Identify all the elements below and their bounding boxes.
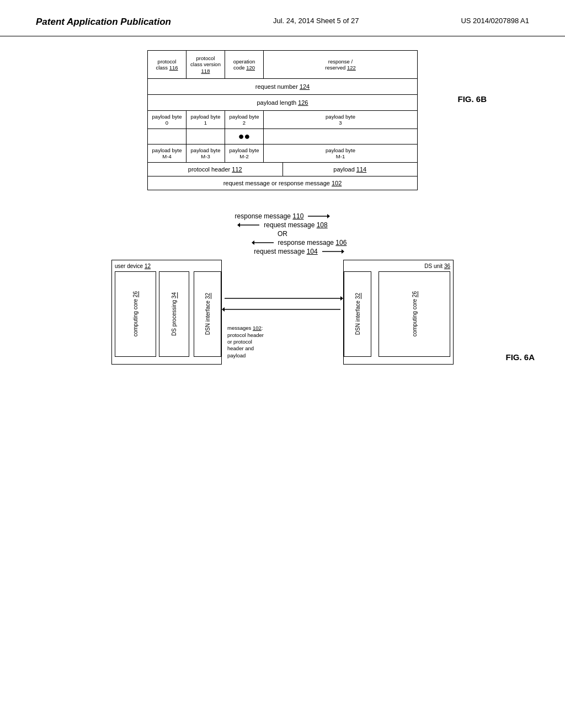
protocol-class-label: protocolclass 116 xyxy=(156,58,178,71)
publication-date: Jul. 24, 2014 Sheet 5 of 27 xyxy=(273,17,359,28)
col-label-operation-code: operationcode 120 xyxy=(225,51,263,78)
dots-cell-1 xyxy=(148,129,186,144)
page-header: Patent Application Publication Jul. 24, … xyxy=(0,0,565,36)
arrow-right-104 xyxy=(322,248,344,255)
payload-bytes-0-3-row: payload byte0 payload byte1 payload byte… xyxy=(148,111,417,129)
arrow-left-106 xyxy=(252,239,274,246)
fig6a-arrow-labels: response message 110 request message 108… xyxy=(0,212,565,255)
request-number-row: request number 124 xyxy=(148,79,417,95)
payload-byte-m3: payload byteM-3 xyxy=(186,144,225,162)
payload-byte-m2: payload byteM-2 xyxy=(225,144,264,162)
payload-byte-m4: payload byteM-4 xyxy=(148,144,186,162)
dots-row: ●● xyxy=(148,129,417,144)
ds-unit-box: DS unit 36 DSN interface 32 computing co… xyxy=(343,260,454,365)
patent-number: US 2014/0207898 A1 xyxy=(461,17,529,28)
fig6b-section: protocolclass 116 protocolclass version1… xyxy=(0,50,565,190)
dsn-interface-right-label: DSN interface 32 xyxy=(355,293,361,335)
svg-marker-3 xyxy=(237,223,240,227)
user-device-label: user device 12 xyxy=(115,263,151,269)
computing-core-right-label: computing core 26 xyxy=(412,291,418,336)
messages-label: messages 102:protocol headeror protocolh… xyxy=(227,325,264,359)
col-protocol-class: protocolclass 116 xyxy=(148,51,186,78)
protocol-class-version-label: protocolclass version118 xyxy=(190,55,221,74)
fig6a-section: response message 110 request message 108… xyxy=(0,212,565,365)
col-operation-code: operationcode 120 xyxy=(225,51,264,78)
grid-header-row: protocolclass 116 protocolclass version1… xyxy=(148,51,417,79)
response-message-106-row: response message 106 xyxy=(17,239,565,247)
col-protocol-class-version: protocolclass version118 xyxy=(186,51,225,78)
payload-byte-1: payload byte1 xyxy=(186,111,225,129)
patent-page: Patent Application Publication Jul. 24, … xyxy=(0,0,565,728)
request-message-108-label: request message 108 xyxy=(264,221,327,229)
fig6a-label: FIG. 6A xyxy=(505,352,535,362)
header-payload-row: protocol header 112 payload 114 xyxy=(148,163,417,176)
center-area: messages 102:protocol headeror protocolh… xyxy=(222,260,343,365)
fig6b-label: FIG. 6B xyxy=(457,94,487,104)
payload-length-label: payload length 126 xyxy=(257,99,308,106)
dots-cell-4 xyxy=(264,129,417,144)
svg-marker-5 xyxy=(252,240,254,245)
payload-byte-0: payload byte0 xyxy=(148,111,186,129)
dsn-interface-right-box: DSN interface 32 xyxy=(344,271,371,357)
request-response-message-row: request message or response message 102 xyxy=(148,176,417,190)
request-message-104-label: request message 104 xyxy=(254,248,317,255)
payload-byte-m1: payload byteM-1 xyxy=(264,144,417,162)
request-message-108-row: request message 108 xyxy=(0,221,565,229)
dsn-interface-left-box: DSN interface 32 xyxy=(194,271,221,357)
svg-marker-11 xyxy=(222,307,225,312)
computing-core-left-label: computing core 26 xyxy=(132,291,138,336)
request-number-label: request number 124 xyxy=(255,83,310,90)
response-message-106-label: response message 106 xyxy=(278,239,347,247)
col-label-protocol-class: protocolclass 116 xyxy=(148,51,186,78)
response-message-110-row: response message 110 xyxy=(0,212,565,220)
arrow-left-108 xyxy=(237,222,259,228)
payload-length-row: payload length 126 xyxy=(148,95,417,111)
ds-unit-label: DS unit 36 xyxy=(424,263,450,269)
payload-byte-2: payload byte2 xyxy=(225,111,264,129)
svg-marker-1 xyxy=(327,214,330,218)
svg-marker-7 xyxy=(342,249,344,254)
dots-cell-3: ●● xyxy=(225,129,264,144)
operation-code-label: operationcode 120 xyxy=(233,58,255,71)
payload-cell: payload 114 xyxy=(283,163,418,176)
payload-bytes-m-row: payload byteM-4 payload byteM-3 payload … xyxy=(148,144,417,163)
col-label-response-reserved: response /reserved 122 xyxy=(264,51,417,78)
protocol-header-cell: protocol header 112 xyxy=(148,163,283,176)
or-separator: OR xyxy=(0,230,565,238)
ds-processing-label: DS processing 34 xyxy=(171,292,177,336)
payload-byte-3: payload byte3 xyxy=(264,111,417,129)
dsn-interface-left-label: DSN interface 32 xyxy=(205,293,211,335)
computing-core-left-box: computing core 26 xyxy=(115,271,156,357)
computing-core-right-box: computing core 26 xyxy=(379,271,450,357)
request-message-104-row: request message 104 xyxy=(17,248,565,255)
publication-title: Patent Application Publication xyxy=(36,17,171,28)
col-label-protocol-class-version: protocolclass version118 xyxy=(186,51,225,78)
response-message-110-label: response message 110 xyxy=(235,212,304,220)
ds-processing-box: DS processing 34 xyxy=(159,271,189,357)
response-reserved-label: response /reserved 122 xyxy=(325,58,355,71)
fig6a-diagram: user device 12 computing core 26 DS proc… xyxy=(0,260,565,365)
arrow-right-110 xyxy=(308,213,330,220)
user-device-box: user device 12 computing core 26 DS proc… xyxy=(111,260,222,365)
dots-cell-2 xyxy=(186,129,225,144)
fig6b-content: protocolclass 116 protocolclass version1… xyxy=(128,50,437,190)
protocol-structure-table: protocolclass 116 protocolclass version1… xyxy=(147,50,418,190)
col-response-reserved: response /reserved 122 xyxy=(264,51,417,78)
